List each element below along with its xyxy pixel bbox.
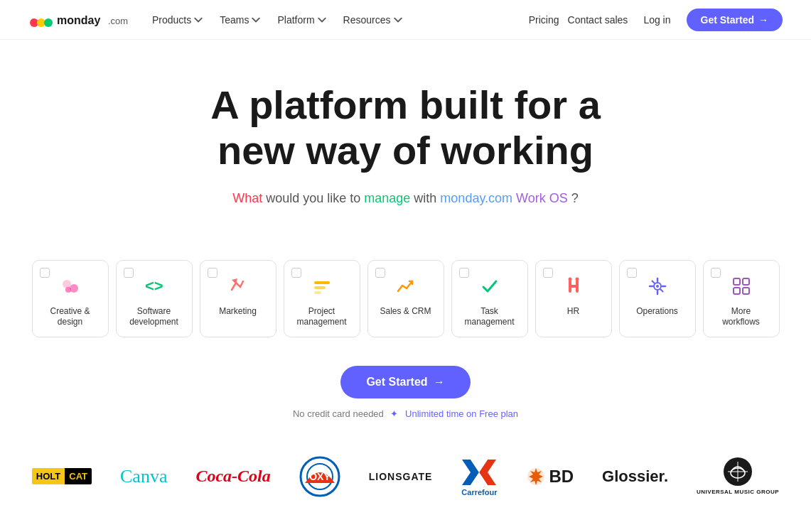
card-label-project: Projectmanagement (296, 306, 346, 328)
svg-point-6 (63, 280, 71, 288)
svg-text:monday: monday (57, 14, 100, 26)
svg-point-17 (568, 277, 571, 281)
nav-get-started-button[interactable]: Get Started → (687, 9, 783, 31)
nav-resources[interactable]: Resources (336, 10, 409, 30)
svg-point-20 (656, 285, 659, 288)
nav-products[interactable]: Products (145, 10, 210, 30)
logo-glossier: Glossier. (602, 459, 668, 494)
card-sales[interactable]: Sales & CRM (367, 260, 444, 337)
operations-icon (645, 273, 670, 299)
svg-point-8 (65, 287, 71, 293)
card-marketing[interactable]: Marketing (200, 260, 276, 337)
svg-rect-28 (743, 278, 749, 285)
card-checkbox (459, 268, 469, 278)
hero-section: A platform built for a new way of workin… (0, 40, 811, 260)
marketing-icon (225, 273, 251, 299)
card-hr[interactable]: HR (535, 260, 612, 337)
svg-text:.com: .com (108, 16, 128, 26)
hero-subtitle: What would you like to manage with monda… (14, 191, 797, 206)
card-label-hr: HR (567, 306, 579, 317)
hero-title: A platform built for a new way of workin… (157, 82, 655, 174)
card-checkbox (711, 268, 721, 278)
sales-icon (393, 273, 419, 299)
svg-rect-27 (734, 278, 740, 285)
nav-contact-link[interactable]: Contact sales (568, 14, 628, 26)
more-workflows-icon (729, 273, 754, 299)
card-label-creative: Creative &design (50, 306, 90, 328)
svg-text:<>: <> (145, 277, 163, 295)
card-checkbox (208, 268, 217, 278)
svg-line-26 (660, 289, 662, 291)
card-checkbox (124, 268, 134, 278)
nav-right: Pricing Contact sales Log in Get Started… (529, 9, 783, 31)
card-software[interactable]: <> Softwaredevelopment (116, 260, 193, 337)
logo-bd: BD (526, 459, 574, 494)
chevron-down-icon (318, 16, 326, 24)
card-label-marketing: Marketing (219, 306, 257, 317)
card-label-more: Moreworkflows (722, 306, 760, 328)
logo[interactable]: monday .com (28, 7, 128, 33)
svg-rect-16 (569, 285, 579, 288)
svg-rect-13 (314, 291, 321, 294)
svg-text:OXY: OXY (309, 471, 331, 482)
logo-oxy: OXY (299, 459, 340, 494)
card-creative[interactable]: Creative &design (32, 260, 109, 337)
software-icon: <> (141, 273, 167, 299)
nav-left: monday .com Products Teams Platform Reso… (28, 7, 409, 33)
nav-pricing-link[interactable]: Pricing (529, 14, 559, 26)
svg-rect-29 (734, 288, 740, 294)
cta-section: Get Started → No credit card needed ✦ Un… (0, 366, 811, 430)
card-label-task: Taskmanagement (464, 306, 514, 328)
svg-line-25 (652, 281, 654, 283)
card-checkbox (291, 268, 301, 278)
nav-login-button[interactable]: Log in (636, 10, 677, 30)
svg-point-2 (44, 18, 53, 27)
card-task[interactable]: Taskmanagement (451, 260, 528, 337)
logo-coca-cola: Coca-Cola (195, 459, 270, 494)
task-icon (477, 273, 503, 299)
card-label-software: Softwaredevelopment (129, 306, 178, 328)
chevron-down-icon (194, 16, 203, 24)
logo-holt: HOLT CAT (32, 459, 92, 494)
svg-rect-12 (314, 286, 326, 289)
creative-icon (58, 273, 83, 299)
svg-rect-11 (314, 281, 330, 284)
card-label-sales: Sales & CRM (380, 306, 431, 317)
nav-teams[interactable]: Teams (213, 10, 267, 30)
main-nav: monday .com Products Teams Platform Reso… (0, 0, 811, 40)
get-started-button[interactable]: Get Started → (340, 366, 470, 398)
logo-carrefour: Carrefour (461, 459, 498, 494)
logo-text-svg: monday .com (57, 12, 128, 28)
svg-point-18 (575, 277, 579, 281)
card-checkbox (627, 268, 637, 278)
card-checkbox (543, 268, 553, 278)
card-checkbox (40, 268, 50, 278)
logo-canva: Canva (120, 459, 167, 494)
card-more[interactable]: Moreworkflows (703, 260, 780, 337)
card-checkbox (375, 268, 385, 278)
customer-logos: HOLT CAT Canva Coca-Cola OXY LIONSGATE (0, 430, 811, 509)
chevron-down-icon (394, 16, 402, 24)
logo-universal: UNIVERSAL MUSIC GROUP (697, 459, 779, 494)
svg-point-7 (70, 284, 78, 293)
cta-note: No credit card needed ✦ Unlimited time o… (14, 408, 797, 419)
hr-icon (561, 273, 586, 299)
card-project[interactable]: Projectmanagement (284, 260, 360, 337)
nav-links: Products Teams Platform Resources (145, 10, 409, 30)
card-label-operations: Operations (636, 306, 678, 317)
workflow-cards: Creative &design <> Softwaredevelopment … (15, 260, 797, 337)
svg-rect-30 (743, 288, 749, 294)
logo-lionsgate: LIONSGATE (369, 459, 433, 494)
logo-icon (28, 7, 54, 33)
project-icon (309, 273, 335, 299)
nav-platform[interactable]: Platform (270, 10, 333, 30)
chevron-down-icon (252, 16, 260, 24)
card-operations[interactable]: Operations (619, 260, 696, 337)
